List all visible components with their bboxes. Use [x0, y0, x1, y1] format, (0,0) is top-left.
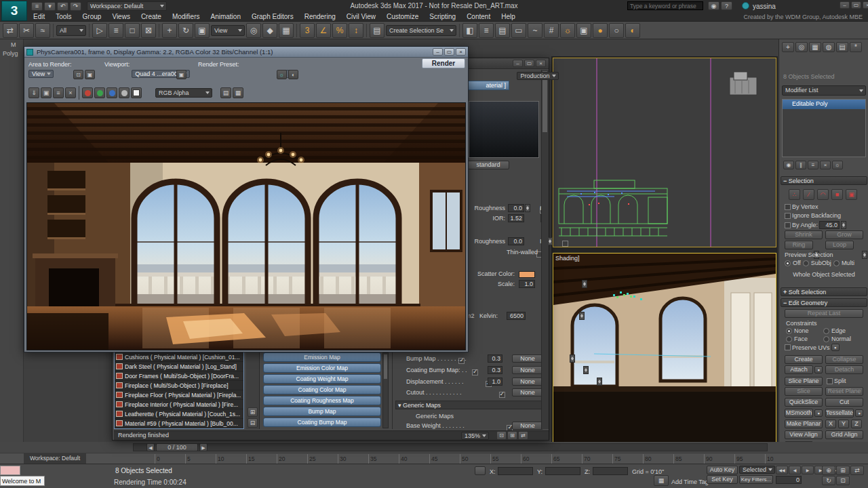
zoom-icon[interactable]: ⊕ [822, 466, 835, 475]
community-icon[interactable]: ◉ [708, 1, 719, 10]
minimize-window-icon[interactable]: – [513, 60, 523, 67]
spinner[interactable] [841, 221, 846, 229]
render-button[interactable]: Render [422, 58, 465, 68]
spinner[interactable] [597, 378, 602, 386]
utilities-tab-icon[interactable]: * [850, 42, 862, 52]
toggle-ribbon-icon[interactable]: ▭ [511, 23, 526, 38]
base-weight-map-button[interactable]: None [512, 422, 543, 430]
loop-button[interactable]: Loop [825, 241, 854, 249]
checkbox[interactable] [785, 204, 791, 210]
shrink-button[interactable]: Shrink [785, 230, 823, 239]
hierarchy-tab-icon[interactable]: ▦ [809, 42, 821, 52]
make-planar-z-button[interactable]: Z [851, 420, 862, 428]
material-list-item[interactable]: Door Frames ( Multi/Sub-Object ) [DoorFr… [115, 371, 243, 381]
show-end-result-icon[interactable]: ∥ [795, 161, 806, 169]
material-list-item[interactable]: Fireplace Floor ( Physical Material ) [F… [115, 390, 243, 400]
zoom-extents-icon[interactable]: ⊞ [836, 466, 850, 475]
preview-off-radio[interactable] [785, 260, 791, 266]
ring-button[interactable]: Ring [785, 241, 813, 249]
orbit-icon[interactable]: ↻ [822, 476, 835, 485]
application-menu-icon[interactable]: ≡ [31, 2, 43, 11]
cutout-map-button[interactable]: None [512, 388, 543, 396]
modify-tab-icon[interactable]: ◎ [795, 42, 808, 52]
keyboard-shortcut-override-icon[interactable]: ▦ [279, 23, 294, 38]
y-coordinate-field[interactable] [545, 467, 580, 475]
zoom-region-icon[interactable]: ⊡ [496, 431, 507, 440]
material-mode-button[interactable]: standard [467, 161, 509, 169]
ior-field[interactable]: 1.52 [508, 214, 524, 222]
workspace-tab[interactable]: Workspace: Default [24, 453, 86, 464]
bind-to-space-warp-icon[interactable]: ≈ [35, 23, 50, 38]
rectangular-selection-region-icon[interactable]: □ [125, 23, 140, 38]
remove-modifier-icon[interactable]: × [820, 161, 831, 169]
quickslice-button[interactable]: QuickSlice [785, 398, 823, 407]
ignore-backfacing-checkbox[interactable]: Ignore Backfacing [785, 212, 841, 219]
tessellate-settings-button[interactable]: ▪ [855, 409, 863, 417]
select-and-manipulate-icon[interactable]: ◆ [262, 23, 277, 38]
set-key-button[interactable]: Set Key [707, 475, 738, 484]
node-view-list-icon[interactable]: ⊟ [248, 418, 258, 428]
named-selection-set-dropdown[interactable]: Create Selection Se [386, 25, 456, 36]
mirror-icon[interactable]: ◧ [462, 23, 477, 38]
maximize-viewport-toggle-icon[interactable]: ⊡ [836, 476, 850, 485]
make-planar-y-button[interactable]: Y [838, 420, 849, 428]
pin-stack-icon[interactable]: ◉ [783, 161, 794, 169]
material-list-item[interactable]: Material #59 ( Physical Material ) [Bulb… [115, 419, 243, 428]
rendered-frame-window-icon[interactable]: ▣ [576, 23, 591, 38]
pan-view-icon[interactable]: ⇄ [518, 431, 528, 440]
environment-icon[interactable]: ◐ [288, 70, 298, 79]
selection-set-key-dropdown[interactable]: Selected [739, 466, 775, 474]
material-list-item[interactable]: Leatherette ( Physical Material ) [Couch… [115, 409, 243, 419]
play-animation-button[interactable]: ▶ [802, 466, 814, 474]
time-slider-track[interactable] [133, 443, 768, 451]
align-icon[interactable]: ≡ [479, 23, 494, 38]
menu-item[interactable]: Rendering [300, 12, 340, 22]
menu-item[interactable]: Animation [205, 12, 245, 22]
preview-multi-radio[interactable] [833, 260, 840, 266]
coating-bump-amount-field[interactable]: 0.3 [488, 366, 502, 374]
pan-icon[interactable]: ⇄ [850, 466, 864, 475]
map-node-button[interactable]: Emission Map [263, 352, 381, 362]
selection-filter-dropdown[interactable]: All [56, 25, 86, 36]
preview-subobj-radio[interactable] [803, 260, 809, 266]
menu-item[interactable]: Scripting [425, 12, 460, 22]
repeat-last-button[interactable]: Repeat Last [785, 309, 863, 318]
material-preview[interactable] [469, 101, 539, 158]
material-list-item[interactable]: Fireplace ( Multi/Sub-Object ) [Fireplac… [115, 381, 243, 390]
rollout-edit-geometry[interactable]: − Edit Geometry [781, 298, 867, 307]
select-by-name-icon[interactable]: ≡ [108, 23, 123, 38]
render-iterative-icon[interactable]: ◐ [625, 23, 640, 38]
by-angle-checkbox[interactable]: By Angle:45.0 [785, 221, 846, 229]
unlink-selection-icon[interactable]: ✂ [19, 23, 34, 38]
save-image-icon[interactable]: ⇓ [28, 87, 39, 98]
rfw-titlebar[interactable]: PhysCamera001, frame 0, Display Gamma: 2… [24, 47, 468, 58]
maximize-window-icon[interactable]: ▭ [524, 60, 534, 67]
menu-item[interactable]: Civil View [342, 12, 380, 22]
spinner[interactable] [582, 280, 587, 288]
map-node-button[interactable]: Coating Bump Map [263, 418, 381, 427]
checkbox[interactable] [785, 222, 791, 228]
attach-settings-button[interactable]: ▪ [814, 366, 823, 373]
vertex-subobject-icon[interactable]: ∴ [789, 189, 800, 200]
attach-button[interactable]: Attach [785, 365, 813, 374]
display-tab-icon[interactable]: ▤ [836, 42, 848, 52]
viewport-label[interactable]: Shading] [555, 255, 580, 262]
grid-align-button[interactable]: Grid Align [825, 430, 863, 439]
configure-modifier-sets-icon[interactable]: ☼ [832, 161, 843, 169]
monochrome-channel-icon[interactable] [119, 87, 130, 98]
kelvin-field[interactable]: 6500 [507, 312, 526, 320]
add-time-tag[interactable]: Add Time Tag [671, 479, 709, 485]
scatter-color-swatch[interactable] [519, 271, 535, 278]
render-setup-icon[interactable]: ☼ [560, 23, 575, 38]
search-input[interactable] [627, 1, 703, 10]
scrollbar-thumb[interactable] [384, 354, 387, 379]
channel-display-dropdown[interactable]: RGB Alpha [155, 88, 212, 98]
undo-icon[interactable]: ↶ [57, 2, 68, 11]
key-filters-button[interactable]: Key Filters... [739, 475, 773, 484]
constraint-none-radio[interactable] [786, 328, 792, 334]
select-and-move-icon[interactable]: + [162, 23, 177, 38]
spinner-snap-icon[interactable]: ↕ [349, 23, 363, 38]
macro-recorder-field[interactable] [0, 466, 20, 475]
toggle-scene-explorer-icon[interactable]: ▤ [495, 23, 510, 38]
alpha-channel-icon[interactable] [131, 87, 142, 98]
